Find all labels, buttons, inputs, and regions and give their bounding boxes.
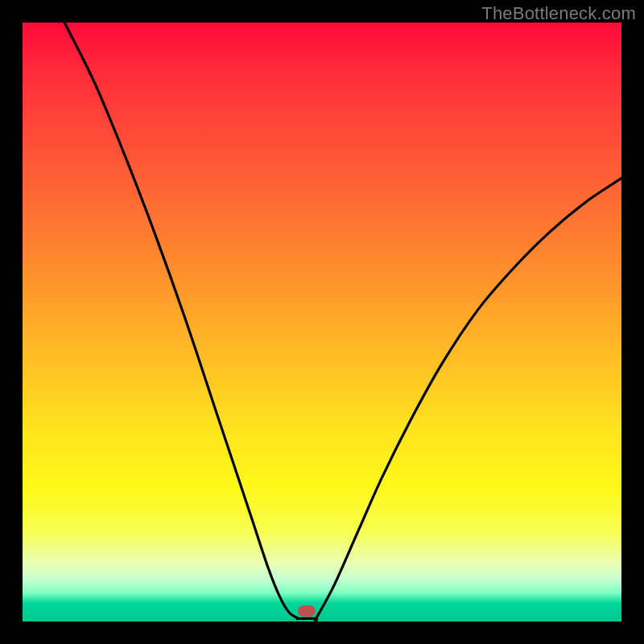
curve-path — [64, 23, 621, 621]
chart-frame: TheBottleneck.com — [0, 0, 644, 644]
plot-area — [23, 23, 621, 621]
optimal-point-marker — [298, 605, 316, 617]
watermark-text: TheBottleneck.com — [481, 3, 636, 24]
bottleneck-curve — [23, 23, 621, 621]
